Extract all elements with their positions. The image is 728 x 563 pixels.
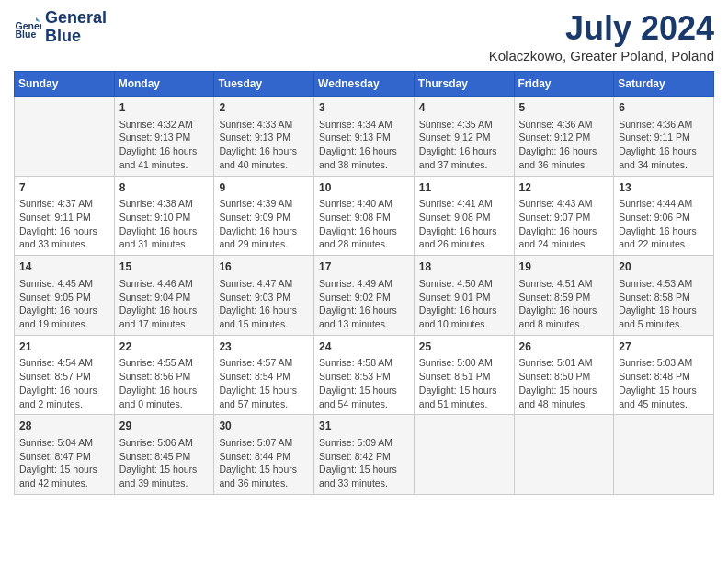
logo: General Blue General Blue [14, 9, 107, 46]
calendar-cell [414, 415, 514, 495]
day-number: 25 [419, 339, 509, 355]
cell-content: Sunrise: 4:36 AM Sunset: 9:12 PM Dayligh… [519, 118, 609, 172]
cell-content: Sunrise: 4:44 AM Sunset: 9:06 PM Dayligh… [619, 197, 709, 251]
calendar-cell: 21Sunrise: 4:54 AM Sunset: 8:57 PM Dayli… [15, 335, 115, 415]
cell-content: Sunrise: 4:40 AM Sunset: 9:08 PM Dayligh… [319, 197, 409, 251]
day-number: 23 [219, 339, 309, 355]
calendar-body: 1Sunrise: 4:32 AM Sunset: 9:13 PM Daylig… [15, 97, 714, 495]
calendar-week-row: 7Sunrise: 4:37 AM Sunset: 9:11 PM Daylig… [15, 176, 714, 256]
day-number: 6 [619, 100, 709, 116]
calendar-week-row: 21Sunrise: 4:54 AM Sunset: 8:57 PM Dayli… [15, 335, 714, 415]
calendar-cell: 9Sunrise: 4:39 AM Sunset: 9:09 PM Daylig… [214, 176, 314, 256]
cell-content: Sunrise: 4:54 AM Sunset: 8:57 PM Dayligh… [19, 356, 109, 410]
cell-content: Sunrise: 4:36 AM Sunset: 9:11 PM Dayligh… [619, 118, 709, 172]
calendar-week-row: 1Sunrise: 4:32 AM Sunset: 9:13 PM Daylig… [15, 97, 714, 177]
calendar-cell: 7Sunrise: 4:37 AM Sunset: 9:11 PM Daylig… [15, 176, 115, 256]
cell-content: Sunrise: 4:45 AM Sunset: 9:05 PM Dayligh… [19, 277, 109, 331]
day-number: 11 [419, 180, 509, 196]
calendar-cell: 10Sunrise: 4:40 AM Sunset: 9:08 PM Dayli… [314, 176, 415, 256]
calendar-cell: 22Sunrise: 4:55 AM Sunset: 8:56 PM Dayli… [114, 335, 214, 415]
cell-content: Sunrise: 4:53 AM Sunset: 8:58 PM Dayligh… [619, 277, 709, 331]
day-number: 4 [419, 100, 509, 116]
day-of-week-header: Wednesday [314, 72, 415, 97]
calendar-cell: 17Sunrise: 4:49 AM Sunset: 9:02 PM Dayli… [314, 256, 415, 336]
page-header: General Blue General Blue July 2024 Kola… [14, 9, 714, 63]
day-of-week-header: Friday [514, 72, 614, 97]
day-number: 1 [119, 100, 210, 116]
calendar-cell: 28Sunrise: 5:04 AM Sunset: 8:47 PM Dayli… [15, 415, 115, 495]
day-number: 19 [519, 259, 609, 275]
calendar-cell: 12Sunrise: 4:43 AM Sunset: 9:07 PM Dayli… [514, 176, 614, 256]
calendar-cell: 27Sunrise: 5:03 AM Sunset: 8:48 PM Dayli… [614, 335, 714, 415]
day-number: 7 [19, 180, 109, 196]
cell-content: Sunrise: 4:58 AM Sunset: 8:53 PM Dayligh… [319, 356, 409, 410]
cell-content: Sunrise: 5:09 AM Sunset: 8:42 PM Dayligh… [319, 436, 409, 490]
cell-content: Sunrise: 4:46 AM Sunset: 9:04 PM Dayligh… [119, 277, 210, 331]
day-number: 16 [219, 259, 309, 275]
day-number: 9 [219, 180, 309, 196]
main-title: July 2024 [489, 9, 714, 48]
day-number: 17 [319, 259, 409, 275]
cell-content: Sunrise: 5:03 AM Sunset: 8:48 PM Dayligh… [619, 356, 709, 410]
day-of-week-header: Thursday [414, 72, 514, 97]
calendar-cell: 1Sunrise: 4:32 AM Sunset: 9:13 PM Daylig… [114, 97, 214, 177]
cell-content: Sunrise: 4:49 AM Sunset: 9:02 PM Dayligh… [319, 277, 409, 331]
calendar-cell: 30Sunrise: 5:07 AM Sunset: 8:44 PM Dayli… [214, 415, 314, 495]
calendar-cell: 6Sunrise: 4:36 AM Sunset: 9:11 PM Daylig… [614, 97, 714, 177]
cell-content: Sunrise: 4:43 AM Sunset: 9:07 PM Dayligh… [519, 197, 609, 251]
day-number: 29 [119, 419, 210, 434]
day-number: 13 [619, 180, 709, 196]
calendar-cell: 2Sunrise: 4:33 AM Sunset: 9:13 PM Daylig… [214, 97, 314, 177]
day-of-week-header: Sunday [15, 72, 115, 97]
days-of-week-row: SundayMondayTuesdayWednesdayThursdayFrid… [15, 72, 714, 97]
day-number: 20 [619, 259, 709, 275]
subtitle: Kolaczkowo, Greater Poland, Poland [489, 48, 714, 63]
day-number: 3 [319, 100, 409, 116]
svg-text:Blue: Blue [16, 29, 37, 40]
calendar-cell: 29Sunrise: 5:06 AM Sunset: 8:45 PM Dayli… [114, 415, 214, 495]
cell-content: Sunrise: 5:07 AM Sunset: 8:44 PM Dayligh… [219, 436, 309, 490]
day-of-week-header: Monday [114, 72, 214, 97]
calendar-cell: 4Sunrise: 4:35 AM Sunset: 9:12 PM Daylig… [414, 97, 514, 177]
calendar-header: SundayMondayTuesdayWednesdayThursdayFrid… [15, 72, 714, 97]
day-number: 12 [519, 180, 609, 196]
cell-content: Sunrise: 4:57 AM Sunset: 8:54 PM Dayligh… [219, 356, 309, 410]
calendar-table: SundayMondayTuesdayWednesdayThursdayFrid… [14, 71, 714, 495]
calendar-week-row: 14Sunrise: 4:45 AM Sunset: 9:05 PM Dayli… [15, 256, 714, 336]
logo-icon: General Blue [14, 14, 41, 41]
cell-content: Sunrise: 4:38 AM Sunset: 9:10 PM Dayligh… [119, 197, 210, 251]
day-number: 24 [319, 339, 409, 355]
calendar-week-row: 28Sunrise: 5:04 AM Sunset: 8:47 PM Dayli… [15, 415, 714, 495]
calendar-cell [614, 415, 714, 495]
day-number: 28 [19, 419, 109, 434]
calendar-cell: 14Sunrise: 4:45 AM Sunset: 9:05 PM Dayli… [15, 256, 115, 336]
calendar-cell: 8Sunrise: 4:38 AM Sunset: 9:10 PM Daylig… [114, 176, 214, 256]
day-number: 8 [119, 180, 210, 196]
calendar-cell: 24Sunrise: 4:58 AM Sunset: 8:53 PM Dayli… [314, 335, 415, 415]
cell-content: Sunrise: 5:01 AM Sunset: 8:50 PM Dayligh… [519, 356, 609, 410]
day-number: 22 [119, 339, 210, 355]
day-number: 30 [219, 419, 309, 434]
day-number: 15 [119, 259, 210, 275]
day-number: 18 [419, 259, 509, 275]
cell-content: Sunrise: 4:41 AM Sunset: 9:08 PM Dayligh… [419, 197, 509, 251]
calendar-cell: 26Sunrise: 5:01 AM Sunset: 8:50 PM Dayli… [514, 335, 614, 415]
day-number: 21 [19, 339, 109, 355]
cell-content: Sunrise: 4:39 AM Sunset: 9:09 PM Dayligh… [219, 197, 309, 251]
cell-content: Sunrise: 5:06 AM Sunset: 8:45 PM Dayligh… [119, 436, 210, 490]
logo-text: General Blue [45, 9, 107, 46]
cell-content: Sunrise: 4:37 AM Sunset: 9:11 PM Dayligh… [19, 197, 109, 251]
cell-content: Sunrise: 4:55 AM Sunset: 8:56 PM Dayligh… [119, 356, 210, 410]
cell-content: Sunrise: 4:34 AM Sunset: 9:13 PM Dayligh… [319, 118, 409, 172]
cell-content: Sunrise: 4:35 AM Sunset: 9:12 PM Dayligh… [419, 118, 509, 172]
calendar-cell: 15Sunrise: 4:46 AM Sunset: 9:04 PM Dayli… [114, 256, 214, 336]
title-area: July 2024 Kolaczkowo, Greater Poland, Po… [489, 9, 714, 63]
cell-content: Sunrise: 5:00 AM Sunset: 8:51 PM Dayligh… [419, 356, 509, 410]
calendar-cell: 5Sunrise: 4:36 AM Sunset: 9:12 PM Daylig… [514, 97, 614, 177]
day-of-week-header: Saturday [614, 72, 714, 97]
day-number: 14 [19, 259, 109, 275]
calendar-cell: 3Sunrise: 4:34 AM Sunset: 9:13 PM Daylig… [314, 97, 415, 177]
calendar-cell: 23Sunrise: 4:57 AM Sunset: 8:54 PM Dayli… [214, 335, 314, 415]
calendar-cell: 19Sunrise: 4:51 AM Sunset: 8:59 PM Dayli… [514, 256, 614, 336]
calendar-cell [15, 97, 115, 177]
